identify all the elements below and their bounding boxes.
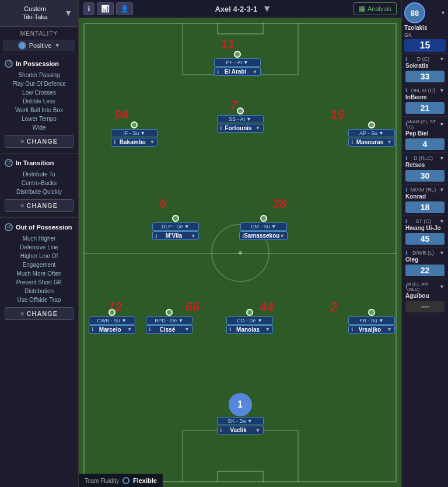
player-role-gk: SK - De ▼ bbox=[217, 417, 264, 425]
change-arrows-icon-2: » bbox=[20, 201, 24, 210]
out-of-possession-title: Out of Possession bbox=[16, 224, 72, 231]
tactic-dropdown-arrow[interactable]: ▼ bbox=[64, 8, 72, 18]
player-name-lw[interactable]: ℹ Bakambu ▼ bbox=[111, 138, 158, 147]
player-entry-pepbiel[interactable]: ℹ M/AM (C), ST (C) ▼ Pep Biel 4 bbox=[402, 117, 448, 153]
player-entry-aguibou[interactable]: ℹ M (C), AM (RLC) ▼ Aguibou — bbox=[402, 279, 448, 315]
analysis-button[interactable]: ▦ Analysis bbox=[354, 2, 397, 15]
pepbiel-number: 4 bbox=[405, 138, 444, 150]
in-transition-change-button[interactable]: » CHANGE bbox=[5, 199, 74, 212]
player-card-dlp[interactable]: DLP - De ▼ ℹ M'Vila ▼ bbox=[152, 215, 199, 240]
oop-item-6: Prevent Short GK bbox=[0, 278, 78, 287]
in-possession-items: Shorter Passing Play Out Of Defence Low … bbox=[0, 69, 78, 133]
gk-entry[interactable]: 88 ▼ Tzolakis GK 15 bbox=[402, 0, 448, 54]
player-role-cbl: BPD - De ▼ bbox=[146, 316, 192, 325]
fluidity-label: Team Fluidity bbox=[85, 478, 119, 484]
player-dot-lw bbox=[131, 121, 138, 128]
in-transition-item-3: Distribute Quickly bbox=[0, 187, 78, 196]
player-entry-konrad[interactable]: ℹ M/AM (RL) ▼ Konrad 18 bbox=[402, 185, 448, 216]
player-name-am[interactable]: ℹ Fortounis ▼ bbox=[217, 124, 264, 133]
player-card-gk[interactable]: 1 SK - De ▼ ℹ Vaclik ▼ bbox=[217, 393, 264, 434]
player-role-cm: CM - Su ▼ bbox=[240, 222, 287, 231]
formation-dropdown-arrow[interactable]: ▼ bbox=[262, 4, 272, 13]
grid-icon: ▦ bbox=[359, 5, 365, 13]
player-entry-retsos[interactable]: ℹ D (RLC) ▼ Retsos 30 bbox=[402, 153, 448, 185]
info-icon-4: ℹ bbox=[405, 155, 407, 161]
out-of-possession-section: ↺ Out of Possession Much Higher Defensiv… bbox=[0, 221, 78, 322]
player-name-st[interactable]: ℹ El Arabi ▼ bbox=[214, 67, 261, 76]
retsos-number: 30 bbox=[405, 170, 444, 182]
out-of-possession-header[interactable]: ↺ Out of Possession bbox=[0, 221, 78, 233]
player-role-st: PF - At ▼ bbox=[214, 58, 261, 67]
in-transition-title: In Transition bbox=[16, 159, 54, 166]
top-bar: ℹ 📊 👤 Axel 4-2-3-1 ▼ ▦ Analysis bbox=[79, 0, 401, 18]
in-transition-icon: ↺ bbox=[5, 159, 13, 167]
fluidity-value: Flexible bbox=[133, 477, 157, 484]
konrad-dropdown[interactable]: ▼ bbox=[439, 187, 444, 193]
gk-dropdown[interactable]: ▼ bbox=[440, 10, 446, 16]
info-button[interactable]: ℹ bbox=[83, 2, 94, 15]
player-card-lb[interactable]: CWB - Su ▼ ℹ Marcelo ▼ bbox=[89, 309, 135, 334]
main-area: ℹ 📊 👤 Axel 4-2-3-1 ▼ ▦ Analysis 11 7 94 … bbox=[79, 0, 401, 487]
tactic-title: Custom Tiki-Taka bbox=[6, 5, 64, 22]
right-panel: 88 ▼ Tzolakis GK 15 ℹ D (C) ▼ Sokratis 3… bbox=[401, 0, 448, 487]
in-possession-header[interactable]: ↺ In Possession bbox=[0, 58, 78, 69]
oleg-dropdown[interactable]: ▼ bbox=[439, 250, 444, 256]
player-name-rb[interactable]: ℹ Vrsaljko ▼ bbox=[348, 325, 395, 334]
player-card-rb[interactable]: FB - Su ▼ ℹ Vrsaljko ▼ bbox=[348, 309, 395, 334]
player-name-lb[interactable]: ℹ Marcelo ▼ bbox=[89, 325, 135, 334]
out-of-possession-change-button[interactable]: » CHANGE bbox=[5, 307, 74, 320]
in-possession-icon: ↺ bbox=[5, 60, 13, 68]
stats-button[interactable]: 📊 bbox=[97, 2, 114, 15]
info-icon-6: ℹ bbox=[405, 218, 407, 224]
player-entry-inbeom[interactable]: ℹ DM, M (C) ▼ InBeom 21 bbox=[402, 85, 448, 117]
pepbiel-dropdown[interactable]: ▼ bbox=[439, 121, 444, 127]
in-possession-item-5: Work Ball Into Box bbox=[0, 106, 78, 114]
mentality-selector[interactable]: Positive ▼ bbox=[3, 40, 75, 51]
aguibou-dropdown[interactable]: ▼ bbox=[439, 284, 444, 290]
oop-item-2: Defensive Line bbox=[0, 243, 78, 252]
tactic-header[interactable]: Custom Tiki-Taka ▼ bbox=[0, 0, 78, 27]
player-role-lb: CWB - Su ▼ bbox=[89, 316, 135, 325]
jersey-num-2: 2 bbox=[330, 300, 337, 315]
player-name-cbr[interactable]: ℹ Manolas ▼ bbox=[226, 325, 273, 334]
in-possession-change-button[interactable]: » CHANGE bbox=[5, 135, 74, 148]
player-entry-sokratis[interactable]: ℹ D (C) ▼ Sokratis 33 bbox=[402, 54, 448, 85]
oop-item-1: Much Higher bbox=[0, 234, 78, 243]
player-role-dlp: DLP - De ▼ bbox=[152, 222, 199, 231]
hwang-dropdown[interactable]: ▼ bbox=[439, 218, 444, 224]
player-card-cm[interactable]: CM - Su ▼ ℹ Samassekou ▼ bbox=[239, 215, 288, 240]
player-name-dlp[interactable]: ℹ M'Vila ▼ bbox=[152, 231, 199, 240]
player-name-rw[interactable]: ℹ Masouras ▼ bbox=[348, 138, 395, 147]
player-card-rw[interactable]: AP - Su ▼ ℹ Masouras ▼ bbox=[348, 121, 395, 147]
mentality-section-label: MENTALITY bbox=[0, 30, 78, 37]
player-name-cm[interactable]: ℹ Samassekou ▼ bbox=[239, 231, 288, 240]
jersey-num-94: 94 bbox=[114, 107, 128, 123]
player-dot-dlp bbox=[172, 215, 179, 222]
player-entry-hwang[interactable]: ℹ ST (C) ▼ Hwang Ui-Jo 45 bbox=[402, 216, 448, 248]
in-transition-header[interactable]: ↺ In Transition bbox=[0, 157, 78, 169]
sokratis-dropdown[interactable]: ▼ bbox=[439, 56, 444, 62]
retsos-dropdown[interactable]: ▼ bbox=[439, 155, 444, 161]
player-card-am[interactable]: SS - At ▼ ℹ Fortounis ▼ bbox=[217, 107, 264, 133]
player-dot-cm bbox=[260, 215, 267, 222]
in-transition-change-label: CHANGE bbox=[27, 202, 58, 209]
player-name-cbl[interactable]: ℹ Cissé ▼ bbox=[146, 325, 192, 334]
hwang-name: Hwang Ui-Jo bbox=[405, 225, 444, 231]
sokratis-number: 33 bbox=[405, 71, 444, 82]
player-card-cbr[interactable]: CD - De ▼ ℹ Manolas ▼ bbox=[226, 309, 273, 334]
in-transition-items: Distribute To Centre-Backs Distribute Qu… bbox=[0, 169, 78, 197]
player-card-cbl[interactable]: BPD - De ▼ ℹ Cissé ▼ bbox=[146, 309, 192, 334]
mentality-icon bbox=[18, 41, 26, 50]
inbeom-dropdown[interactable]: ▼ bbox=[439, 88, 444, 93]
sidebar: Custom Tiki-Taka ▼ MENTALITY Positive ▼ … bbox=[0, 0, 79, 487]
player-dot-rw bbox=[368, 121, 375, 128]
gk-jersey: 1 bbox=[229, 393, 252, 416]
player-card-lw[interactable]: IF - Su ▼ ℹ Bakambu ▼ bbox=[111, 121, 158, 147]
out-of-possession-change-label: CHANGE bbox=[27, 310, 58, 317]
player-entry-oleg[interactable]: ℹ D/WB (L) ▼ Oleg 22 bbox=[402, 248, 448, 279]
player-name-gk[interactable]: ℹ Vaclik ▼ bbox=[217, 426, 264, 434]
person-button[interactable]: 👤 bbox=[116, 2, 133, 15]
pepbiel-pos: M/AM (C), ST (C) bbox=[407, 119, 439, 130]
player-card-st[interactable]: PF - At ▼ ℹ El Arabi ▼ bbox=[214, 51, 261, 76]
oleg-name: Oleg bbox=[405, 256, 444, 263]
